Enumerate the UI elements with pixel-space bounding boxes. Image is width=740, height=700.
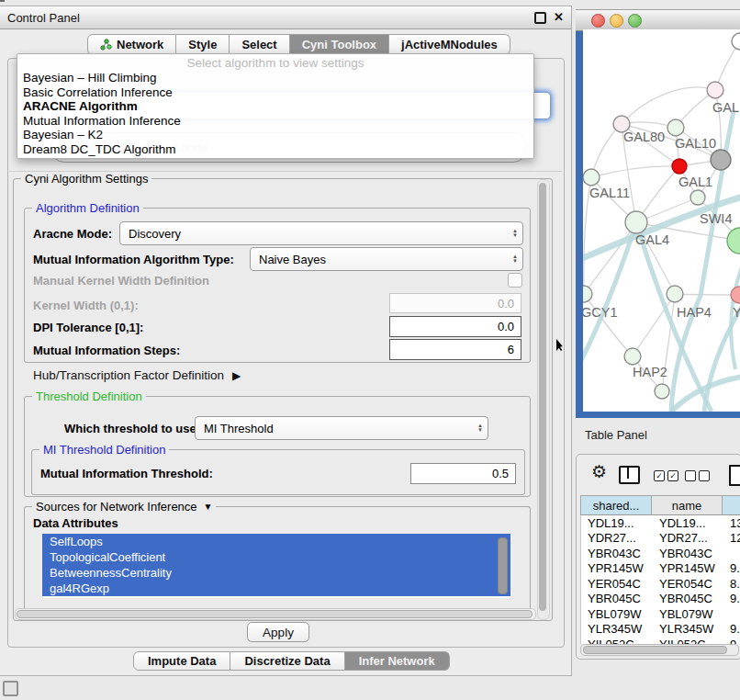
network-node-swi4[interactable] — [727, 228, 740, 254]
network-node-gal11[interactable] — [583, 169, 600, 186]
node-label: GAL80 — [623, 130, 665, 144]
tab-select[interactable]: Select — [230, 34, 289, 55]
network-node[interactable] — [732, 33, 740, 50]
table-row[interactable]: YBR043CYBR043C — [581, 546, 740, 561]
network-node-hap4[interactable] — [667, 286, 683, 302]
network-node-gal10[interactable] — [667, 119, 684, 136]
tab-style[interactable]: Style — [176, 34, 230, 55]
mi-steps-input[interactable] — [389, 339, 521, 360]
network-edge[interactable] — [591, 124, 622, 177]
close-traffic-light[interactable] — [591, 14, 605, 28]
node-label: GAL1 — [678, 175, 712, 189]
mi-threshold-label: Mutual Information Threshold: — [40, 467, 213, 480]
gear-icon[interactable]: ⚙ — [591, 463, 607, 480]
aracne-mode-select[interactable]: Discovery ▲▼ — [119, 221, 523, 245]
minimized-panel-icon[interactable] — [3, 681, 18, 696]
hub-transcription-factor-section[interactable]: Hub/Transcription Factor Definition ▶ — [33, 368, 241, 382]
manual-kernel-checkbox[interactable] — [508, 273, 522, 288]
table-cell: 9. — [723, 622, 740, 636]
table-row[interactable]: YLR345WYLR345W9. — [581, 622, 740, 638]
network-canvas[interactable]: GALGAL80GAL10GAL1GAL11GAL4SWI4GCY1HAP4YH… — [583, 29, 740, 412]
network-node-gal1[interactable] — [672, 159, 687, 174]
table-row[interactable]: YIL052CYIL052C9 — [581, 637, 740, 644]
network-edge[interactable] — [622, 87, 715, 124]
network-node-hap2[interactable] — [624, 348, 641, 365]
table-cell: 12 — [723, 531, 740, 545]
table-cell: YDR27... — [653, 531, 723, 545]
network-edge[interactable] — [675, 294, 739, 295]
column-header-name[interactable]: name — [652, 495, 723, 515]
zoom-traffic-light[interactable] — [628, 14, 642, 28]
split-columns-icon[interactable] — [619, 466, 640, 484]
deselect-all-icon[interactable] — [685, 470, 710, 481]
attributes-hscrollbar[interactable] — [15, 608, 536, 620]
hub-section-label: Hub/Transcription Factor Definition — [33, 368, 224, 382]
network-node-gal4[interactable] — [625, 211, 647, 233]
network-edge[interactable] — [584, 222, 636, 294]
table-row[interactable]: YDL19...YDL19...13 — [581, 515, 740, 531]
document-icon[interactable] — [729, 465, 740, 486]
attributes-scrollbar[interactable] — [498, 537, 508, 594]
algorithm-option-bayesian-k2[interactable]: Bayesian – K2 — [17, 128, 533, 142]
table-cell: YDL19... — [653, 516, 723, 530]
network-edge[interactable] — [591, 166, 679, 177]
tab-discretize-data[interactable]: Discretize Data — [230, 651, 344, 671]
network-icon — [100, 39, 112, 51]
network-window-titlebar[interactable] — [576, 9, 740, 31]
network-edge[interactable] — [633, 294, 675, 356]
node-label: SWI4 — [700, 211, 732, 226]
algorithm-option-aracne-algorithm[interactable]: ARACNE Algorithm — [17, 99, 533, 114]
attribute-item-gal4rgexp[interactable]: gal4RGexp — [42, 581, 510, 596]
group-title: MI Threshold Definition — [39, 443, 169, 457]
manual-kernel-label: Manual Kernel Width Definition — [33, 274, 209, 288]
table-row[interactable]: YBL079WYBL079W — [581, 606, 740, 622]
algorithm-option-bayesian-hill-climbing[interactable]: Bayesian – Hill Climbing — [17, 71, 533, 85]
table-row[interactable]: YER054CYER054C8. — [581, 576, 740, 592]
mi-threshold-input[interactable] — [410, 463, 516, 484]
settings-scrollbar[interactable] — [537, 179, 550, 620]
group-title: Sources for Network Inference▼ — [32, 500, 216, 514]
mi-algorithm-type-select[interactable]: Naive Bayes ▲▼ — [250, 247, 523, 271]
which-threshold-select[interactable]: MI Threshold ▲▼ — [195, 416, 488, 440]
kernel-width-input[interactable] — [389, 293, 521, 313]
algorithm-option-dream8-dc-tdc-algorithm[interactable]: Dream8 DC_TDC Algorithm — [17, 142, 533, 157]
table-row[interactable]: YBR045CYBR045C9. — [581, 592, 740, 607]
table-cell: YLR345W — [653, 622, 723, 636]
algorithm-option-basic-correlation-inference[interactable]: Basic Correlation Inference — [17, 85, 533, 100]
table-panel: ⚙ ✓✓ shared...name YDL19...YDL19...13YDR… — [576, 454, 740, 660]
tab-impute-data[interactable]: Impute Data — [133, 651, 230, 671]
node-label: GAL — [712, 100, 739, 115]
table-hscrollbar[interactable] — [580, 644, 739, 656]
tab-jactivemnodules[interactable]: jActiveMNodules — [389, 34, 510, 55]
table-row[interactable]: YDR27...YDR27...12 — [581, 531, 740, 547]
network-node[interactable] — [690, 190, 705, 205]
table-cell: YBL079W — [653, 607, 723, 621]
table-row[interactable]: YPR145WYPR145W9. — [581, 561, 740, 577]
network-node-gcy1[interactable] — [583, 286, 592, 302]
chevron-down-icon[interactable]: ▼ — [204, 502, 213, 512]
table-cell: YBR045C — [581, 592, 653, 605]
node-table: shared...name YDL19...YDL19...13YDR27...… — [580, 495, 740, 644]
attribute-item-selfloops[interactable]: SelfLoops — [42, 534, 510, 549]
stepper-icon: ▲▼ — [477, 417, 483, 439]
network-node[interactable] — [655, 384, 669, 399]
node-label: GAL10 — [675, 136, 716, 151]
tab-cyni-toolbox[interactable]: Cyni Toolbox — [290, 34, 389, 55]
tab-network[interactable]: Network — [87, 34, 176, 55]
column-header-shared[interactable]: shared... — [580, 495, 652, 515]
dpi-tolerance-input[interactable] — [389, 316, 521, 337]
column-header-col2[interactable] — [723, 495, 740, 515]
attribute-item-topologicalcoefficient[interactable]: TopologicalCoefficient — [42, 549, 510, 565]
minimize-traffic-light[interactable] — [610, 14, 623, 28]
apply-button[interactable]: Apply — [247, 622, 309, 642]
table-cell: YBR045C — [653, 592, 723, 605]
close-icon[interactable]: ✕ — [554, 6, 564, 28]
select-all-icon[interactable]: ✓✓ — [654, 470, 678, 481]
algorithm-option-mutual-information-inference[interactable]: Mutual Information Inference — [17, 114, 533, 129]
tab-infer-network[interactable]: Infer Network — [345, 651, 450, 671]
float-window-icon[interactable] — [534, 12, 546, 24]
attribute-item-betweennesscentrality[interactable]: BetweennessCentrality — [42, 565, 510, 581]
network-node-gal[interactable] — [707, 82, 723, 98]
network-node[interactable] — [711, 150, 731, 170]
table-cell: YPR145W — [653, 561, 723, 575]
